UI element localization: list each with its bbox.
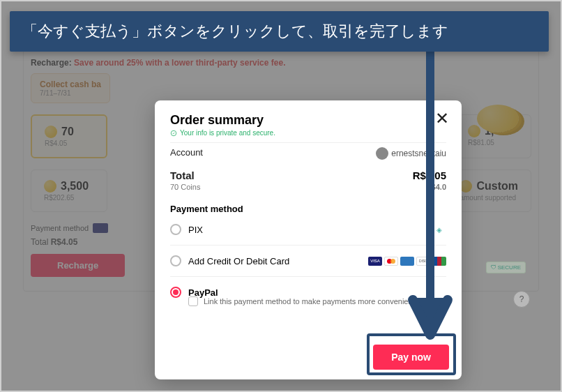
visa-icon: VISA (368, 257, 382, 266)
mastercard-icon (384, 257, 398, 266)
instruction-callout: 「今すぐ支払う」ボタンをクリックして、取引を完了します (10, 11, 549, 52)
radio-checked-icon (170, 287, 181, 298)
pix-icon: ◈ (432, 225, 446, 234)
account-value: ernestsneptaiu (376, 147, 446, 160)
coins-count: 70 Coins (170, 183, 200, 191)
secure-message: Your info is private and secure. (170, 129, 446, 137)
pay-now-button[interactable]: Pay now (373, 345, 449, 370)
pix-label: PIX (188, 225, 203, 235)
payment-method-heading: Payment method (170, 204, 446, 214)
pay-now-wrapper: Pay now (373, 345, 449, 370)
account-label: Account (170, 147, 203, 158)
account-row: Account ernestsneptaiu (170, 142, 446, 160)
card-label: Add Credit Or Debit Card (188, 256, 289, 266)
avatar-icon (376, 147, 388, 160)
total-label: Total (170, 169, 200, 181)
coins-price: R$4.0 (413, 183, 446, 191)
card-brand-icons: VISA DISC (368, 257, 446, 266)
discover-icon: DISC (416, 257, 430, 266)
lock-icon (170, 130, 177, 137)
radio-unchecked-icon (170, 224, 181, 235)
close-button[interactable]: ✕ (435, 110, 449, 127)
order-summary-modal: ✕ Order summary Your info is private and… (155, 100, 462, 379)
payment-option-card[interactable]: Add Credit Or Debit Card VISA DISC (170, 246, 446, 277)
jcb-icon (432, 257, 446, 266)
paypal-link-option[interactable]: Link this payment method to make payment… (188, 296, 446, 313)
radio-unchecked-icon (170, 255, 181, 266)
amex-icon (400, 257, 414, 266)
paypal-link-label: Link this payment method to make payment… (204, 297, 415, 306)
payment-option-pix[interactable]: PIX ◈ (170, 214, 446, 246)
modal-title: Order summary (170, 113, 446, 128)
total-row: Total 70 Coins R$4.05 R$4.0 (170, 169, 446, 191)
checkbox-unchecked-icon[interactable] (188, 296, 198, 306)
total-value: R$4.05 (413, 169, 446, 181)
